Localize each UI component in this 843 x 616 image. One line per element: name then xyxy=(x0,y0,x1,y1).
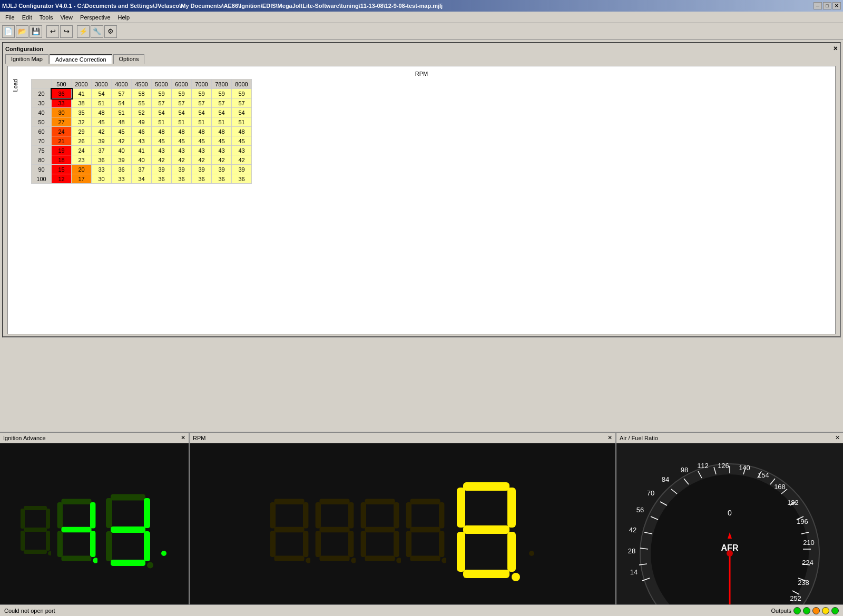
table-cell[interactable]: 36 xyxy=(92,155,112,165)
table-cell[interactable]: 57 xyxy=(192,98,212,108)
tool-btn-3[interactable]: ⚡ xyxy=(77,25,90,38)
new-button[interactable]: 📄 xyxy=(2,25,15,38)
table-cell[interactable]: 18 xyxy=(52,155,72,165)
table-cell[interactable]: 30 xyxy=(52,108,72,117)
table-cell[interactable]: 27 xyxy=(52,117,72,127)
table-cell[interactable]: 37 xyxy=(92,146,112,155)
table-cell[interactable]: 43 xyxy=(232,146,252,155)
table-cell[interactable]: 29 xyxy=(72,127,92,136)
table-cell[interactable]: 36 xyxy=(192,174,212,184)
table-cell[interactable]: 51 xyxy=(232,117,252,127)
table-cell[interactable]: 51 xyxy=(192,117,212,127)
table-cell[interactable]: 57 xyxy=(172,98,192,108)
save-button[interactable]: 💾 xyxy=(30,25,42,38)
table-cell[interactable]: 48 xyxy=(172,127,192,136)
table-cell[interactable]: 41 xyxy=(72,89,92,98)
table-cell[interactable]: 24 xyxy=(72,146,92,155)
tab-ignition-map[interactable]: Ignition Map xyxy=(5,54,48,64)
tab-advance-correction[interactable]: Advance Correction xyxy=(50,54,112,64)
table-cell[interactable]: 54 xyxy=(112,98,132,108)
table-cell[interactable]: 48 xyxy=(212,127,232,136)
table-cell[interactable]: 17 xyxy=(72,174,92,184)
table-cell[interactable]: 39 xyxy=(152,165,172,174)
table-cell[interactable]: 32 xyxy=(72,117,92,127)
table-cell[interactable]: 19 xyxy=(52,146,72,155)
table-cell[interactable]: 51 xyxy=(172,117,192,127)
table-cell[interactable]: 59 xyxy=(212,89,232,98)
afr-panel-close[interactable]: ✕ xyxy=(835,434,840,441)
table-cell[interactable]: 57 xyxy=(152,98,172,108)
table-cell[interactable]: 43 xyxy=(152,146,172,155)
table-cell[interactable]: 58 xyxy=(132,89,152,98)
ignition-advance-close[interactable]: ✕ xyxy=(181,434,185,441)
table-cell[interactable]: 36 xyxy=(112,165,132,174)
table-cell[interactable]: 23 xyxy=(72,155,92,165)
table-cell[interactable]: 43 xyxy=(132,136,152,146)
table-cell[interactable]: 42 xyxy=(232,155,252,165)
rpm-panel-close[interactable]: ✕ xyxy=(607,434,612,441)
table-cell[interactable]: 48 xyxy=(152,127,172,136)
table-cell[interactable]: 21 xyxy=(52,136,72,146)
table-cell[interactable]: 48 xyxy=(192,127,212,136)
config-close-button[interactable]: ✕ xyxy=(833,45,838,52)
table-cell[interactable]: 41 xyxy=(132,146,152,155)
menu-edit[interactable]: Edit xyxy=(19,13,35,22)
table-cell[interactable]: 59 xyxy=(232,89,252,98)
table-cell[interactable]: 30 xyxy=(92,174,112,184)
maximize-button[interactable]: □ xyxy=(823,2,831,9)
table-cell[interactable]: 45 xyxy=(112,127,132,136)
table-cell[interactable]: 42 xyxy=(92,127,112,136)
table-cell[interactable]: 39 xyxy=(112,155,132,165)
table-cell[interactable]: 48 xyxy=(112,117,132,127)
table-cell[interactable]: 33 xyxy=(112,174,132,184)
table-cell[interactable]: 40 xyxy=(132,155,152,165)
table-cell[interactable]: 57 xyxy=(212,98,232,108)
table-cell[interactable]: 54 xyxy=(92,89,112,98)
menu-file[interactable]: File xyxy=(2,13,18,22)
table-cell[interactable]: 46 xyxy=(132,127,152,136)
table-cell[interactable]: 48 xyxy=(232,127,252,136)
table-cell[interactable]: 37 xyxy=(132,165,152,174)
table-cell[interactable]: 51 xyxy=(152,117,172,127)
table-cell[interactable]: 12 xyxy=(52,174,72,184)
table-cell[interactable]: 45 xyxy=(92,117,112,127)
table-cell[interactable]: 36 xyxy=(212,174,232,184)
table-cell[interactable]: 42 xyxy=(172,155,192,165)
table-cell[interactable]: 52 xyxy=(132,108,152,117)
close-button[interactable]: ✕ xyxy=(832,2,841,9)
menu-perspective[interactable]: Perspective xyxy=(77,13,113,22)
table-cell[interactable]: 20 xyxy=(72,165,92,174)
table-cell[interactable]: 51 xyxy=(92,98,112,108)
table-cell[interactable]: 43 xyxy=(212,146,232,155)
table-cell[interactable]: 48 xyxy=(92,108,112,117)
table-cell[interactable]: 39 xyxy=(172,165,192,174)
table-cell[interactable]: 54 xyxy=(212,108,232,117)
tool-btn-4[interactable]: 🔧 xyxy=(91,25,103,38)
tool-btn-5[interactable]: ⚙ xyxy=(104,25,117,38)
table-cell[interactable]: 54 xyxy=(152,108,172,117)
table-cell[interactable]: 34 xyxy=(132,174,152,184)
table-cell[interactable]: 45 xyxy=(192,136,212,146)
table-cell[interactable]: 43 xyxy=(172,146,192,155)
table-cell[interactable]: 33 xyxy=(52,98,72,108)
table-cell[interactable]: 54 xyxy=(232,108,252,117)
table-cell[interactable]: 43 xyxy=(192,146,212,155)
table-cell[interactable]: 42 xyxy=(152,155,172,165)
table-cell[interactable]: 38 xyxy=(72,98,92,108)
table-cell[interactable]: 45 xyxy=(212,136,232,146)
table-cell[interactable]: 54 xyxy=(192,108,212,117)
table-cell[interactable]: 42 xyxy=(112,136,132,146)
tool-btn-2[interactable]: ↪ xyxy=(60,25,73,38)
table-cell[interactable]: 36 xyxy=(52,89,72,98)
table-cell[interactable]: 54 xyxy=(172,108,192,117)
table-cell[interactable]: 24 xyxy=(52,127,72,136)
table-cell[interactable]: 45 xyxy=(172,136,192,146)
table-cell[interactable]: 59 xyxy=(172,89,192,98)
table-cell[interactable]: 36 xyxy=(172,174,192,184)
table-cell[interactable]: 26 xyxy=(72,136,92,146)
table-cell[interactable]: 45 xyxy=(232,136,252,146)
menu-tools[interactable]: Tools xyxy=(36,13,56,22)
table-cell[interactable]: 57 xyxy=(232,98,252,108)
table-cell[interactable]: 59 xyxy=(192,89,212,98)
table-cell[interactable]: 51 xyxy=(212,117,232,127)
